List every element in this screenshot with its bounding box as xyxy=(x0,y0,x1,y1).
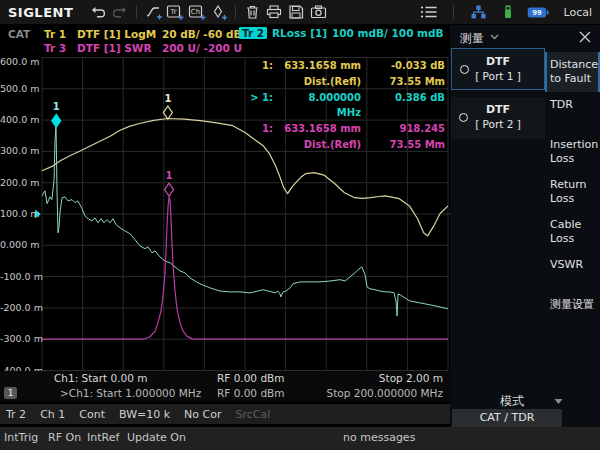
status-bandwidth[interactable]: BW=10 k xyxy=(119,408,170,421)
chevron-down-icon[interactable] xyxy=(490,34,499,40)
trace2-name-selected[interactable]: Tr 2 xyxy=(239,27,267,39)
y-axis-label: 500.0 m xyxy=(0,83,38,94)
delete-icon[interactable] xyxy=(241,2,263,22)
add-marker-icon[interactable] xyxy=(208,2,230,22)
trace3-name[interactable]: Tr 3 xyxy=(44,42,66,54)
status-srccal: SrcCal xyxy=(236,408,271,421)
svg-text:Ch: Ch xyxy=(191,8,200,16)
marker-label-tr3: 1 xyxy=(166,170,173,181)
menu-hamburger-icon[interactable] xyxy=(418,2,440,22)
menu-header: 测量 xyxy=(450,25,600,49)
y-axis-label: 100.0 m xyxy=(0,208,38,219)
softkey-tdr[interactable]: TDR xyxy=(545,92,600,132)
measure-menu-panel: 测量 DTF [ Port 1 ] DTF [ Port 2 ] Distanc… xyxy=(450,25,600,427)
marker-label-tr1: 1 xyxy=(164,93,171,104)
status-correction[interactable]: No Cor xyxy=(184,408,221,421)
status-sweep-mode[interactable]: Cont xyxy=(79,408,105,421)
local-remote-status[interactable]: Local xyxy=(563,6,592,19)
cat-tdr-mode-button[interactable]: CAT / TDR xyxy=(452,409,562,427)
trace2-scale: 100 mdB/ 100 mdB xyxy=(332,27,444,39)
marker-readout-prefix: > 1: xyxy=(250,90,273,122)
mode-label[interactable]: 模式 xyxy=(500,393,524,410)
softkey-insertion-loss[interactable]: Insertion Loss xyxy=(545,132,600,172)
y-axis-label: -300.0 m xyxy=(0,333,38,344)
toolbar-separator xyxy=(235,5,236,19)
toolbar-separator xyxy=(136,5,137,19)
toolbar-separator xyxy=(453,5,454,19)
y-axis-label: -200.0 m xyxy=(0,302,38,313)
status-update: Update On xyxy=(127,431,186,444)
ch1-distance-start: Ch1: Start 0.00 m xyxy=(54,372,147,384)
instrument-screen: SIGLENT Tr Ch xyxy=(0,0,600,450)
y-axis-label: 300.0 m xyxy=(0,145,38,156)
siglent-logo: SIGLENT xyxy=(8,5,73,20)
softkey-return-loss[interactable]: Return Loss xyxy=(545,172,600,212)
radio-icon xyxy=(459,113,468,122)
y-axis-label: 0.000 m xyxy=(0,239,38,250)
add-limit-line-icon[interactable] xyxy=(142,2,164,22)
system-message: no messages xyxy=(343,431,415,444)
y-axis-label: 600.0 m xyxy=(0,56,38,67)
channel1-badge[interactable]: 1 xyxy=(4,387,17,399)
trace2-measurement[interactable]: RLoss [1] xyxy=(272,27,327,39)
status-rf: RF On xyxy=(48,431,81,444)
radio-icon xyxy=(460,65,469,74)
marker-diamond-tr3[interactable] xyxy=(165,183,174,196)
dtf-port1-button[interactable]: DTF [ Port 1 ] xyxy=(451,48,545,90)
undo-icon[interactable] xyxy=(87,2,109,22)
marker-readout-prefix xyxy=(250,74,273,90)
add-trace-icon[interactable]: Tr xyxy=(164,2,186,22)
marker-diamond-tr1[interactable] xyxy=(163,106,172,119)
close-icon[interactable] xyxy=(578,30,592,44)
y-axis-label: -100.0 m xyxy=(0,271,38,282)
network-lan-icon[interactable] xyxy=(467,2,489,22)
status-trigger: IntTrig xyxy=(4,431,38,444)
marker-diamond-tr2[interactable] xyxy=(52,114,61,127)
softkey-distance-to-fault[interactable]: Distance to Fault xyxy=(545,52,600,92)
status-active-trace[interactable]: Tr 2 xyxy=(6,408,26,421)
ch1-frequency-stop: Stop 200.000000 MHz xyxy=(327,387,443,399)
status-reference: IntRef xyxy=(87,431,119,444)
softkey-cable-loss[interactable]: Cable Loss xyxy=(545,212,600,252)
marker-readout-prefix xyxy=(250,137,273,153)
top-toolbar: SIGLENT Tr Ch xyxy=(0,0,600,25)
marker-readout-value: -0.033 dB xyxy=(369,58,445,74)
marker-label-tr2: 1 xyxy=(53,101,60,112)
status-active-channel[interactable]: Ch 1 xyxy=(40,408,65,421)
trace1-measurement[interactable]: DTF [1] LogM xyxy=(77,28,156,40)
svg-text:Tr: Tr xyxy=(170,8,177,16)
screenshot-camera-icon[interactable] xyxy=(307,2,329,22)
marker-readout-prefix: 1: xyxy=(250,58,273,74)
marker-readout-value: 73.55 Mm xyxy=(369,74,445,90)
add-channel-icon[interactable]: Ch xyxy=(186,2,208,22)
ch1-distance-stop: Stop 2.00 m xyxy=(379,372,443,384)
usb-device-icon[interactable] xyxy=(497,2,519,22)
marker-readout-name: Dist.(Refl) xyxy=(281,137,361,153)
softkey-vswr[interactable]: VSWR xyxy=(545,252,600,292)
trace1-scale: 20 dB/ -60 dB xyxy=(162,28,241,40)
marker-readout-prefix: 1: xyxy=(250,121,273,137)
softkey-测量设置[interactable]: 测量设置 xyxy=(545,292,600,332)
print-icon[interactable] xyxy=(263,2,285,22)
ch1-rf-power-2: RF 0.00 dBm xyxy=(217,387,285,399)
marker-readout-name: Dist.(Refl) xyxy=(281,74,361,90)
save-icon[interactable] xyxy=(285,2,307,22)
redo-icon[interactable] xyxy=(109,2,131,22)
ch1-rf-power: RF 0.00 dBm xyxy=(217,372,285,384)
menu-title[interactable]: 测量 xyxy=(460,30,484,47)
mode-label-cat: CAT xyxy=(8,28,30,40)
marker-readout-name: 8.000000 MHz xyxy=(281,90,361,122)
marker-readout-name: 633.1658 mm xyxy=(281,58,361,74)
y-axis-label: 400.0 m xyxy=(0,114,38,125)
trace3-measurement[interactable]: DTF [1] SWR xyxy=(77,42,152,54)
ch1-frequency-start: >Ch1: Start 1.000000 MHz xyxy=(60,387,201,399)
toolbar-right-group: 99 Local xyxy=(418,2,600,22)
trace1-name[interactable]: Tr 1 xyxy=(44,28,66,40)
marker-readout-table: 1: 633.1658 mm -0.033 dB Dist.(Refl) 73.… xyxy=(250,58,445,153)
channel-axis-info: Ch1: Start 0.00 m RF 0.00 dBm Stop 2.00 … xyxy=(0,371,450,401)
marker-readout-name: 633.1658 mm xyxy=(281,121,361,137)
mode-dropdown-icon[interactable] xyxy=(554,398,563,405)
softkey-menu: Distance to FaultTDRInsertion LossReturn… xyxy=(545,52,600,332)
marker-readout-value: 73.55 Mm xyxy=(369,137,445,153)
dtf-port2-button[interactable]: DTF [ Port 2 ] xyxy=(451,97,545,139)
